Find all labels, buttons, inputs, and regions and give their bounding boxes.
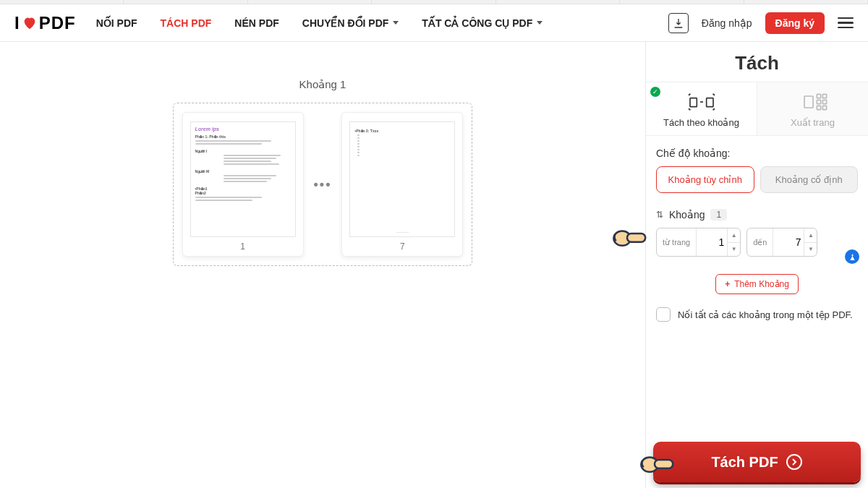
page-num-start: 1 — [240, 241, 245, 252]
download-icon[interactable] — [668, 13, 689, 33]
to-page-input[interactable] — [773, 228, 804, 256]
svg-point-12 — [787, 455, 801, 469]
menu-icon[interactable] — [838, 17, 854, 29]
sort-icon: ⇅ — [656, 210, 663, 220]
page-thumb-start[interactable]: Lorem ips Phần 1: Phần this Ngươi l Ngươ… — [182, 112, 304, 257]
svg-rect-8 — [817, 106, 820, 109]
add-range-button[interactable]: + Thêm Khoảng — [715, 274, 799, 294]
from-page-input[interactable] — [697, 228, 727, 256]
svg-rect-3 — [804, 96, 813, 108]
split-pdf-button[interactable]: Tách PDF — [653, 442, 861, 482]
range-word: Khoảng — [669, 209, 705, 221]
signup-button[interactable]: Đăng ký — [765, 12, 825, 34]
from-label: từ trang — [657, 228, 697, 256]
nav-compress[interactable]: NÉN PDF — [234, 17, 278, 29]
range-collapse-header[interactable]: ⇅ Khoảng 1 — [656, 209, 858, 221]
chevron-down-icon[interactable]: ▼ — [728, 243, 740, 257]
extract-pages-icon — [799, 91, 827, 113]
tab-split-range-label: Tách theo khoảng — [663, 117, 739, 128]
plus-icon: + — [725, 279, 730, 289]
page-num-end: 7 — [400, 241, 405, 252]
to-label: đến — [747, 228, 773, 256]
page-thumb-end[interactable]: •Phần 2: Txxx ——·—— 7 — [341, 112, 463, 257]
tab-extract-pages-label: Xuất trang — [791, 117, 835, 128]
nav-all-label: TẤT CẢ CÔNG CỤ PDF — [422, 17, 532, 29]
split-pdf-label: Tách PDF — [711, 454, 778, 471]
ellipsis-icon: ••• — [314, 177, 332, 192]
svg-rect-1 — [706, 98, 712, 107]
logo-pre: I — [14, 13, 20, 33]
svg-rect-4 — [817, 94, 820, 98]
svg-rect-9 — [822, 106, 826, 109]
chevron-up-icon[interactable]: ▲ — [728, 228, 740, 243]
chevron-down-icon — [537, 21, 542, 25]
merge-row: Nối tất cả các khoảng trong một tệp PDF. — [656, 307, 858, 322]
range-mode-row: Khoảng tùy chỉnh Khoảng cố định — [656, 166, 858, 193]
split-tabs: ✓ Tách theo khoảng Xuất trang — [646, 82, 868, 136]
to-spinner[interactable]: ▲▼ — [804, 228, 817, 256]
svg-rect-7 — [822, 100, 826, 103]
logo[interactable]: I PDF — [14, 13, 76, 33]
from-spinner[interactable]: ▲▼ — [727, 228, 740, 256]
chevron-up-icon[interactable]: ▲ — [804, 228, 817, 243]
mode-fixed-button[interactable]: Khoảng cố định — [760, 166, 859, 193]
login-link[interactable]: Đăng nhập — [702, 17, 752, 29]
nav-merge[interactable]: NỐI PDF — [96, 17, 137, 29]
chevron-down-icon[interactable]: ▼ — [804, 243, 817, 257]
check-icon: ✓ — [650, 87, 660, 97]
tab-extract-pages[interactable]: Xuất trang — [757, 82, 868, 135]
nav-convert-label: CHUYỂN ĐỔI PDF — [302, 17, 389, 29]
nav-links: NỐI PDF TÁCH PDF NÉN PDF CHUYỂN ĐỔI PDF … — [96, 17, 543, 29]
nav-convert[interactable]: CHUYỂN ĐỔI PDF — [302, 17, 399, 29]
canvas-area: Khoảng 1 Lorem ips Phần 1: Phần this Ngư… — [0, 42, 645, 488]
top-nav: I PDF NỐI PDF TÁCH PDF NÉN PDF CHUYỂN ĐỔ… — [0, 4, 868, 42]
add-range-label: Thêm Khoảng — [734, 279, 789, 289]
to-page-group: đến ▲▼ — [746, 228, 817, 257]
sidebar-title: Tách — [646, 42, 868, 82]
tab-split-range[interactable]: ✓ Tách theo khoảng — [646, 82, 757, 135]
from-page-group: từ trang ▲▼ — [656, 228, 741, 257]
merge-label: Nối tất cả các khoảng trong một tệp PDF. — [678, 309, 853, 320]
svg-rect-6 — [817, 100, 820, 103]
range-inputs: từ trang ▲▼ đến ▲▼ — [656, 228, 858, 257]
split-range-icon — [687, 91, 716, 113]
heart-icon — [22, 15, 38, 31]
range-title: Khoảng 1 — [299, 78, 346, 91]
arrow-right-circle-icon — [786, 453, 803, 471]
range-number-badge: 1 — [710, 209, 727, 221]
edit-badge-icon — [845, 249, 859, 264]
mode-custom-button[interactable]: Khoảng tùy chỉnh — [656, 166, 754, 193]
nav-all[interactable]: TẤT CẢ CÔNG CỤ PDF — [422, 17, 542, 29]
sidebar: Tách ✓ Tách theo khoảng Xuất trang — [645, 42, 868, 488]
merge-checkbox[interactable] — [656, 307, 671, 322]
logo-post: PDF — [39, 13, 76, 33]
nav-split[interactable]: TÁCH PDF — [161, 17, 212, 29]
nav-right: Đăng nhập Đăng ký — [668, 12, 854, 34]
range-preview: Lorem ips Phần 1: Phần this Ngươi l Ngươ… — [173, 103, 473, 266]
svg-rect-5 — [822, 94, 826, 98]
range-mode-label: Chế độ khoảng: — [656, 147, 858, 159]
chevron-down-icon — [393, 21, 399, 25]
svg-rect-0 — [690, 98, 697, 107]
